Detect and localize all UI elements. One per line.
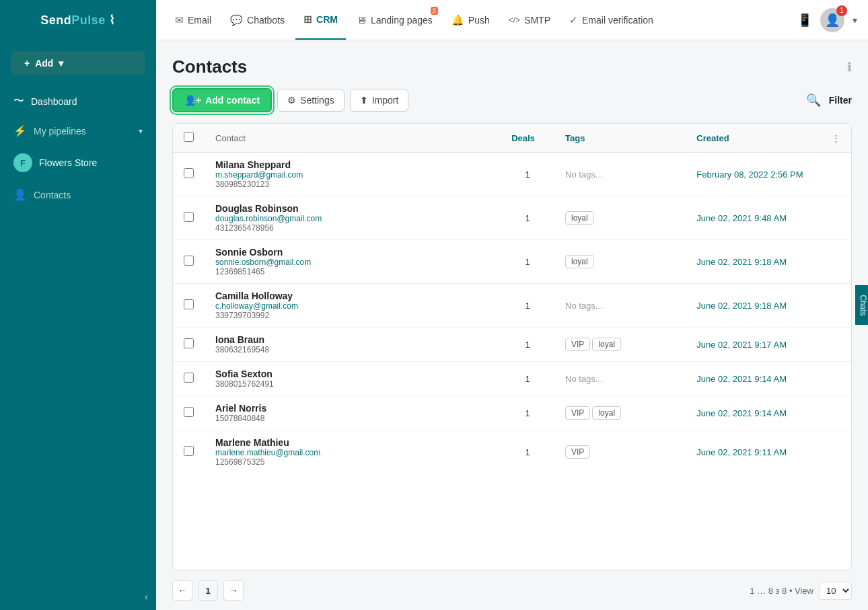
row-checkbox[interactable] <box>184 299 194 309</box>
contact-cell: Camilla Hollowayc.holloway@gmail.com3397… <box>205 284 501 328</box>
contact-email: marlene.mathieu@gmail.com <box>215 448 490 457</box>
select-all-checkbox[interactable] <box>184 132 194 142</box>
row-more-cell <box>818 284 851 328</box>
nav-push[interactable]: 🔔 Push <box>443 0 498 40</box>
mobile-icon[interactable]: 📱 <box>797 13 812 28</box>
row-checkbox-cell <box>173 196 205 240</box>
tag-badge: loyal <box>565 211 594 225</box>
add-contact-button[interactable]: 👤+ Add contact <box>172 88 272 112</box>
deals-cell: 1 <box>501 153 554 196</box>
contact-cell: Ariel Norris15078840848 <box>205 396 501 430</box>
row-checkbox[interactable] <box>184 212 194 222</box>
crm-icon: ⊞ <box>303 13 312 26</box>
sidebar-collapse-button[interactable]: ‹ <box>0 583 156 610</box>
tags-cell: No tags... <box>554 362 686 396</box>
created-cell: June 02, 2021 9:48 AM <box>686 196 818 240</box>
dashboard-icon: 〜 <box>13 94 24 108</box>
nav-smtp[interactable]: </> SMTP <box>501 0 558 40</box>
contact-phone: 380985230123 <box>215 180 490 189</box>
info-icon[interactable]: ℹ <box>847 60 852 75</box>
table-row[interactable]: Iona Braun3806321695481VIPloyalJune 02, … <box>173 328 851 362</box>
nav-landing[interactable]: 🖥 Landing pages β <box>349 0 441 40</box>
table-row[interactable]: Ariel Norris150788408481VIPloyalJune 02,… <box>173 396 851 430</box>
row-checkbox-cell <box>173 153 205 196</box>
contact-cell: Marlene Mathieumarlene.mathieu@gmail.com… <box>205 430 501 474</box>
th-contact: Contact <box>205 124 501 153</box>
toolbar: 👤+ Add contact ⚙ Settings ⬆ Import 🔍 Fil… <box>156 77 868 123</box>
table-row[interactable]: Camilla Hollowayc.holloway@gmail.com3397… <box>173 284 851 328</box>
import-button[interactable]: ⬆ Import <box>350 89 409 112</box>
deals-cell: 1 <box>501 196 554 240</box>
page-title: Contacts <box>172 56 247 77</box>
settings-icon: ⚙ <box>287 95 296 106</box>
no-tags-label: No tags... <box>565 374 603 384</box>
contact-email: m.sheppard@gmail.com <box>215 170 490 180</box>
row-checkbox[interactable] <box>184 168 194 178</box>
collapse-icon: ‹ <box>145 591 148 602</box>
chatbot-icon: 💬 <box>230 14 243 26</box>
pagination-prev-button[interactable]: ← <box>172 580 192 601</box>
add-dropdown-icon: ▾ <box>59 58 63 69</box>
pagination-next-button[interactable]: → <box>223 580 244 601</box>
row-more-cell <box>818 328 851 362</box>
settings-button[interactable]: ⚙ Settings <box>277 89 345 112</box>
tags-cell: No tags... <box>554 153 686 196</box>
add-contact-icon: 👤+ <box>184 95 201 106</box>
nav-email-verify[interactable]: ✓ Email verification <box>561 0 661 40</box>
table-row[interactable]: Milana Sheppardm.sheppard@gmail.com38098… <box>173 153 851 196</box>
select-all-cell <box>173 124 205 153</box>
beta-badge: β <box>431 7 438 15</box>
import-icon: ⬆ <box>360 95 368 106</box>
table-row[interactable]: Sonnie Osbornsonnie.osborn@gmail.com1236… <box>173 240 851 284</box>
deals-cell: 1 <box>501 240 554 284</box>
nav-items: ✉ Email 💬 Chatbots ⊞ CRM 🖥 Landing pages… <box>156 0 797 40</box>
contact-name: Douglas Robinson <box>215 203 490 214</box>
contact-name: Camilla Holloway <box>215 291 490 301</box>
row-checkbox[interactable] <box>184 407 194 417</box>
add-icon: + <box>24 58 30 69</box>
user-avatar-wrap[interactable]: 👤 1 <box>820 8 844 32</box>
chevron-down-icon: ▾ <box>139 126 143 136</box>
search-icon[interactable]: 🔍 <box>806 93 821 108</box>
pagination-bar: ← 1 → 1 … 8 з 8 • View 10 25 50 <box>156 571 868 610</box>
th-created[interactable]: Created <box>686 124 818 153</box>
sidebar-item-dashboard[interactable]: 〜 Dashboard <box>0 86 156 116</box>
contact-email: c.holloway@gmail.com <box>215 301 490 311</box>
tag-badge: VIP <box>565 445 590 459</box>
top-navigation: SendPulse ⌇ ✉ Email 💬 Chatbots ⊞ CRM 🖥 L… <box>0 0 868 40</box>
page-size-select[interactable]: 10 25 50 <box>819 582 852 600</box>
nav-chatbots[interactable]: 💬 Chatbots <box>222 0 293 40</box>
table-row[interactable]: Douglas Robinsondouglas.robinson@gmail.c… <box>173 196 851 240</box>
deals-cell: 1 <box>501 328 554 362</box>
row-more-cell <box>818 153 851 196</box>
contact-name: Ariel Norris <box>215 403 490 414</box>
row-checkbox[interactable] <box>184 446 194 456</box>
tags-cell: VIPloyal <box>554 328 686 362</box>
row-checkbox-cell <box>173 284 205 328</box>
row-checkbox[interactable] <box>184 256 194 266</box>
avatar-dropdown-icon[interactable]: ▾ <box>853 15 857 26</box>
sidebar-item-pipelines[interactable]: ⚡ My pipelines ▾ <box>0 116 156 145</box>
table-row[interactable]: Sofia Sexton38080157624911No tags...June… <box>173 362 851 396</box>
chats-tab[interactable]: Chats <box>855 285 868 325</box>
filter-button[interactable]: Filter <box>829 95 852 106</box>
th-more[interactable]: ⋮ <box>818 124 851 153</box>
row-checkbox[interactable] <box>184 373 194 383</box>
sidebar-item-flowers-store[interactable]: F Flowers Store <box>0 145 156 180</box>
th-tags[interactable]: Tags <box>554 124 686 153</box>
contact-cell: Milana Sheppardm.sheppard@gmail.com38098… <box>205 153 501 196</box>
row-checkbox[interactable] <box>184 338 194 348</box>
contact-phone: 12569875325 <box>215 457 490 467</box>
store-avatar: F <box>13 153 32 172</box>
contact-phone: 12369851465 <box>215 267 490 276</box>
row-more-cell <box>818 430 851 474</box>
nav-email[interactable]: ✉ Email <box>167 0 219 40</box>
tags-cell: VIP <box>554 430 686 474</box>
nav-crm[interactable]: ⊞ CRM <box>295 0 346 40</box>
table-row[interactable]: Marlene Mathieumarlene.mathieu@gmail.com… <box>173 430 851 474</box>
contact-phone: 15078840848 <box>215 414 490 423</box>
th-deals[interactable]: Deals <box>501 124 554 153</box>
add-button[interactable]: + Add ▾ <box>11 51 145 75</box>
sidebar-item-contacts[interactable]: 👤 Contacts <box>0 180 156 209</box>
contact-email: sonnie.osborn@gmail.com <box>215 258 490 267</box>
